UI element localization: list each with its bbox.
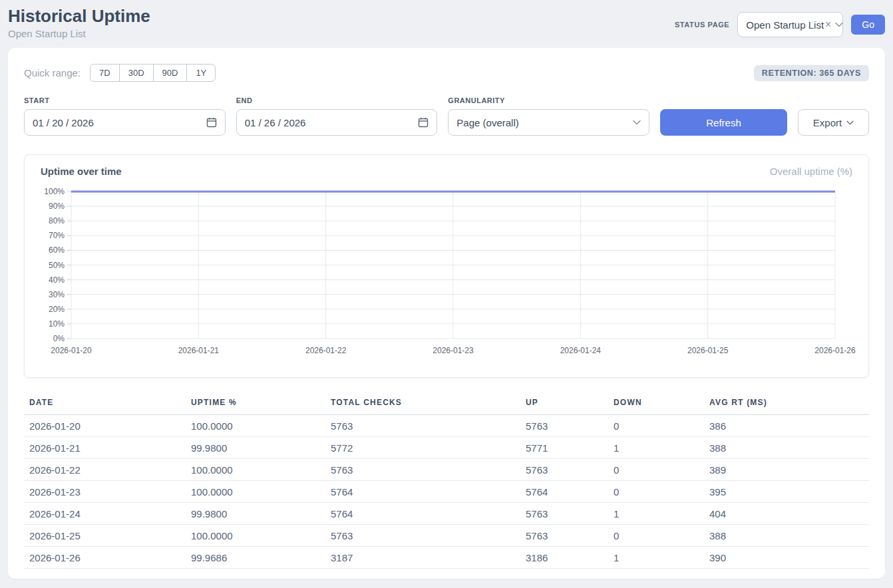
table-row: 2026-01-2499.9800576457631404: [24, 503, 869, 525]
svg-text:30%: 30%: [49, 290, 65, 299]
svg-text:2026-01-20: 2026-01-20: [51, 346, 92, 355]
start-date-input[interactable]: 01 / 20 / 2026: [24, 109, 226, 136]
table-cell: 0: [608, 525, 704, 547]
table-row: 2026-01-2199.9800577257711388: [24, 437, 869, 459]
table-cell: 99.9686: [186, 547, 325, 569]
table-cell: 100.0000: [186, 525, 325, 547]
table-cell: 99.9800: [186, 503, 325, 525]
uptime-chart-card: Uptime over time Overall uptime (%) 0%10…: [24, 154, 869, 378]
table-row: 2026-01-20100.0000576357630386: [24, 415, 869, 437]
table-header-row: DATEUPTIME %TOTAL CHECKSUPDOWNAVG RT (MS…: [24, 394, 869, 415]
controls-row: START 01 / 20 / 2026 END 01 / 26 / 2026: [24, 96, 869, 136]
table-cell: 5771: [520, 437, 608, 459]
calendar-icon[interactable]: [418, 117, 429, 128]
quick-range-7d[interactable]: 7D: [90, 64, 120, 82]
quick-range-label: Quick range:: [24, 67, 81, 78]
column-header: AVG RT (MS): [704, 394, 869, 415]
svg-text:50%: 50%: [49, 261, 65, 270]
svg-text:10%: 10%: [49, 319, 65, 329]
column-header: DATE: [24, 394, 186, 415]
table-cell: 2026-01-23: [24, 481, 186, 503]
uptime-chart: 0%10%20%30%40%50%60%70%80%90%100%2026-01…: [41, 185, 854, 359]
svg-text:2026-01-21: 2026-01-21: [178, 346, 220, 355]
svg-text:60%: 60%: [49, 245, 65, 255]
svg-text:100%: 100%: [44, 187, 65, 196]
svg-text:20%: 20%: [49, 305, 65, 314]
start-field-wrap: START 01 / 20 / 2026: [24, 96, 226, 136]
table-cell: 0: [608, 481, 704, 503]
title-block: Historical Uptime Open Startup List: [8, 7, 150, 39]
header-controls: STATUS PAGE Open Startup List × Go: [675, 12, 885, 37]
start-label: START: [24, 96, 226, 104]
table-cell: 100.0000: [186, 481, 325, 503]
table-cell: 2026-01-20: [24, 415, 186, 437]
chevron-down-icon: [835, 22, 843, 27]
quick-range-group: 7D 30D 90D 1Y: [90, 64, 216, 82]
quick-range-90d[interactable]: 90D: [153, 64, 188, 82]
granularity-label: GRANULARITY: [448, 96, 649, 104]
end-field-wrap: END 01 / 26 / 2026: [236, 96, 438, 136]
column-header: TOTAL CHECKS: [325, 394, 520, 415]
svg-text:2026-01-25: 2026-01-25: [687, 346, 729, 355]
granularity-select[interactable]: Page (overall): [448, 109, 649, 136]
table-cell: 5763: [520, 415, 608, 437]
table-cell: 5764: [325, 503, 520, 525]
quick-range-row: Quick range: 7D 30D 90D 1Y RETENTION: 36…: [24, 64, 869, 82]
retention-badge: RETENTION: 365 DAYS: [754, 65, 869, 81]
go-button[interactable]: Go: [851, 15, 885, 35]
granularity-field-wrap: GRANULARITY Page (overall): [448, 96, 649, 136]
table-cell: 3187: [325, 547, 520, 569]
svg-text:80%: 80%: [49, 216, 65, 225]
svg-text:0%: 0%: [53, 334, 65, 343]
table-cell: 5763: [520, 459, 608, 481]
end-label: END: [236, 96, 438, 104]
export-label: Export: [813, 117, 842, 128]
clear-icon[interactable]: ×: [825, 19, 831, 31]
table-cell: 100.0000: [186, 459, 325, 481]
table-cell: 100.0000: [186, 415, 325, 437]
chevron-down-icon: [633, 120, 641, 125]
table-cell: 2026-01-21: [24, 437, 186, 459]
table-cell: 395: [704, 481, 869, 503]
table-cell: 99.9800: [186, 437, 325, 459]
svg-text:2026-01-22: 2026-01-22: [305, 346, 347, 355]
status-page-value: Open Startup List: [746, 19, 824, 31]
end-date-input[interactable]: 01 / 26 / 2026: [236, 109, 438, 136]
table-cell: 388: [704, 437, 869, 459]
chart-legend: Overall uptime (%): [770, 166, 852, 177]
table-cell: 3186: [520, 547, 608, 569]
table-cell: 5763: [325, 415, 520, 437]
table-cell: 5764: [520, 481, 608, 503]
status-page-label: STATUS PAGE: [675, 21, 729, 29]
quick-range-1y[interactable]: 1Y: [186, 64, 216, 82]
svg-text:90%: 90%: [49, 202, 65, 211]
main-card: Quick range: 7D 30D 90D 1Y RETENTION: 36…: [8, 48, 885, 579]
table-cell: 5764: [325, 481, 520, 503]
page-title: Historical Uptime: [8, 7, 150, 26]
chart-title: Uptime over time: [41, 166, 122, 177]
table-cell: 2026-01-25: [24, 525, 186, 547]
table-cell: 5763: [520, 525, 608, 547]
table-cell: 404: [704, 503, 869, 525]
calendar-icon[interactable]: [206, 117, 217, 128]
export-button[interactable]: Export: [798, 109, 869, 136]
svg-text:2026-01-23: 2026-01-23: [433, 346, 474, 355]
table-cell: 1: [608, 503, 704, 525]
refresh-button[interactable]: Refresh: [660, 109, 787, 136]
column-header: UPTIME %: [186, 394, 325, 415]
column-header: DOWN: [608, 394, 704, 415]
svg-text:2026-01-24: 2026-01-24: [560, 346, 602, 355]
table-cell: 388: [704, 525, 869, 547]
page-subtitle: Open Startup List: [8, 28, 150, 39]
table-cell: 5772: [325, 437, 520, 459]
quick-range-30d[interactable]: 30D: [119, 64, 154, 82]
table-cell: 0: [608, 459, 704, 481]
granularity-value: Page (overall): [456, 117, 518, 128]
status-page-select[interactable]: Open Startup List ×: [737, 12, 843, 37]
table-cell: 386: [704, 415, 869, 437]
table-cell: 389: [704, 459, 869, 481]
table-cell: 2026-01-22: [24, 459, 186, 481]
svg-text:70%: 70%: [49, 231, 65, 240]
chevron-down-icon: [846, 120, 854, 125]
end-date-value: 01 / 26 / 2026: [245, 117, 306, 128]
